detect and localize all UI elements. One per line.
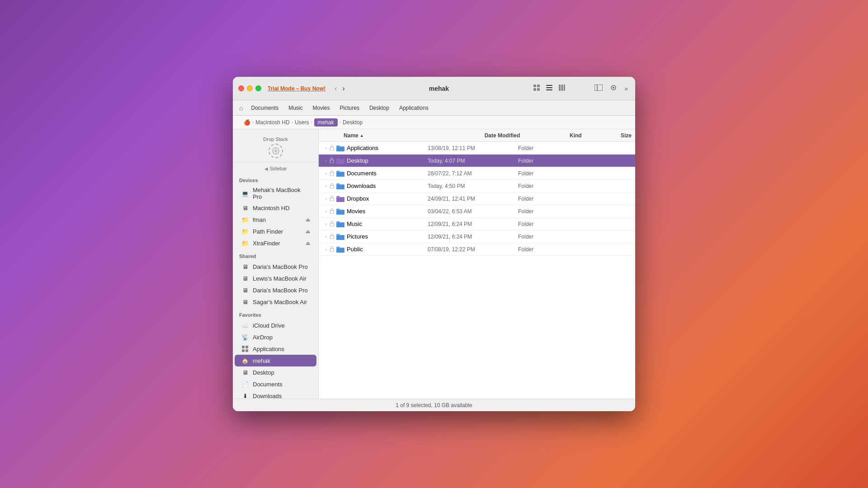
- sidebar-item-label: Downloads: [253, 393, 282, 399]
- sidebar-item-icloud-drive[interactable]: ☁️ iCloud Drive: [235, 319, 316, 331]
- back-button[interactable]: ‹: [333, 84, 339, 94]
- kind-column-header[interactable]: Kind: [570, 132, 621, 139]
- drop-stack: Drop Stack: [233, 133, 318, 162]
- forward-button[interactable]: ›: [340, 84, 346, 94]
- toolbar-tab-music[interactable]: Music: [284, 103, 307, 113]
- file-kind: Folder: [518, 208, 572, 215]
- expand-chevron[interactable]: ›: [322, 246, 330, 253]
- table-row[interactable]: › Applications 13/08/19, 12:11 PM Folder: [319, 142, 635, 155]
- lock-icon: [330, 208, 336, 215]
- table-row[interactable]: › Downloads Today, 4:50 PM Folder: [319, 180, 635, 192]
- expand-chevron[interactable]: ›: [322, 157, 330, 164]
- folder-icon: [336, 195, 345, 202]
- sidebar-item-lewiss-macbook-air[interactable]: 🖥 Lewis's MacBook Air: [235, 272, 316, 284]
- breadcrumb-mehak[interactable]: mehak: [314, 118, 338, 127]
- breadcrumb-apple[interactable]: 🍎: [236, 119, 250, 126]
- eject-icon[interactable]: ⏏: [306, 229, 310, 235]
- sidebar-item-mehak[interactable]: 🏠 mehak: [235, 355, 316, 366]
- file-date: Today, 4:50 PM: [428, 183, 518, 189]
- svg-rect-21: [330, 147, 334, 150]
- table-row[interactable]: › Documents 28/07/22, 7:12 AM Folder: [319, 167, 635, 180]
- eject-icon[interactable]: ⏏: [306, 240, 310, 246]
- lock-icon: [330, 183, 336, 189]
- sidebar-toggle-button[interactable]: [593, 83, 604, 94]
- expand-button[interactable]: »: [623, 83, 630, 94]
- sidebar: Drop Stack ◀ Sidebar Devices 💻 Mehak's M…: [233, 129, 319, 399]
- sidebar-item-darias-macbook-pro-2[interactable]: 🖥 Daria's MacBook Pro: [235, 284, 316, 296]
- breadcrumb-users[interactable]: Users: [295, 119, 309, 126]
- expand-chevron[interactable]: ›: [322, 145, 330, 152]
- hd-icon: 🖥: [241, 204, 249, 212]
- toolbar-tab-desktop[interactable]: Desktop: [365, 103, 394, 113]
- lock-icon: [330, 221, 336, 227]
- expand-chevron[interactable]: ›: [322, 195, 330, 202]
- buy-now-link[interactable]: Buy Now!: [301, 85, 326, 92]
- expand-chevron[interactable]: ›: [322, 170, 330, 177]
- svg-rect-8: [561, 84, 563, 91]
- file-date: 13/08/19, 12:11 PM: [428, 145, 518, 151]
- table-row[interactable]: › Pictures 12/09/21, 6:24 PM Folder: [319, 230, 635, 243]
- svg-rect-1: [537, 84, 540, 87]
- breadcrumb-macintosh-hd[interactable]: Macintosh HD: [255, 119, 289, 126]
- view-controls: [531, 82, 567, 95]
- expand-chevron[interactable]: ›: [322, 183, 330, 190]
- preview-button[interactable]: [608, 82, 619, 94]
- name-column-header[interactable]: Name ▲: [344, 132, 463, 139]
- toolbar-tab-movies[interactable]: Movies: [308, 103, 335, 113]
- monitor-icon: 🖥: [241, 298, 249, 306]
- sidebar-item-label: XtraFinder: [253, 240, 280, 247]
- toolbar-tab-documents[interactable]: Documents: [246, 103, 283, 113]
- list-view-button[interactable]: [544, 82, 555, 95]
- sidebar-label: Sidebar: [270, 166, 287, 171]
- toolbar-tab-pictures[interactable]: Pictures: [335, 103, 364, 113]
- breadcrumb-desktop[interactable]: Desktop: [343, 119, 363, 126]
- sidebar-item-applications[interactable]: Applications: [235, 343, 316, 355]
- sidebar-item-label: Mehak's MacBook Pro: [253, 187, 310, 200]
- minimize-button[interactable]: [247, 85, 253, 91]
- eject-icon[interactable]: ⏏: [306, 217, 310, 223]
- close-button[interactable]: [238, 85, 244, 91]
- file-name: Documents: [347, 170, 406, 177]
- table-row[interactable]: › Desktop Today, 4:07 PM Folder: [319, 155, 635, 167]
- sidebar-item-documents[interactable]: 📄 Documents: [235, 378, 316, 390]
- table-row[interactable]: › Dropbox 24/09/21, 12:41 PM Folder: [319, 192, 635, 205]
- drop-stack-icon[interactable]: [269, 144, 283, 158]
- sidebar-collapse-toggle[interactable]: ◀ Sidebar: [233, 164, 318, 173]
- sidebar-item-label: Desktop: [253, 369, 274, 376]
- sidebar-item-path-finder[interactable]: 📁 Path Finder ⏏: [235, 225, 316, 237]
- sidebar-item-label: Macintosh HD: [253, 205, 290, 211]
- maximize-button[interactable]: [255, 85, 261, 91]
- file-name: Desktop: [347, 157, 406, 164]
- column-view-button[interactable]: [557, 82, 567, 95]
- folder-icon: 📁: [241, 216, 249, 224]
- svg-rect-29: [330, 249, 334, 252]
- sidebar-item-sagars-macbook-air[interactable]: 🖥 Sagar's MacBook Air: [235, 296, 316, 308]
- icon-view-button[interactable]: [531, 82, 542, 95]
- icloud-icon: ☁️: [241, 321, 249, 329]
- size-column-header[interactable]: Size: [621, 132, 632, 139]
- table-row[interactable]: › Music 12/09/21, 6:24 PM Folder: [319, 218, 635, 230]
- sidebar-item-fman[interactable]: 📁 fman ⏏: [235, 214, 316, 225]
- file-kind: Folder: [518, 196, 572, 202]
- date-column-header[interactable]: Date Modified: [485, 132, 570, 139]
- lock-icon: [330, 145, 336, 151]
- sidebar-item-xtrafinder[interactable]: 📁 XtraFinder ⏏: [235, 237, 316, 249]
- expand-chevron[interactable]: ›: [322, 208, 330, 215]
- sidebar-item-label: Sagar's MacBook Air: [253, 299, 307, 305]
- table-row[interactable]: › Movies 03/04/22, 6:53 AM Folder: [319, 205, 635, 218]
- sidebar-item-darias-macbook-pro-1[interactable]: 🖥 Daria's MacBook Pro: [235, 261, 316, 272]
- sidebar-item-mehaks-macbook-pro[interactable]: 💻 Mehak's MacBook Pro: [235, 185, 316, 202]
- sidebar-item-label: Lewis's MacBook Air: [253, 275, 307, 282]
- sidebar-item-airdrop[interactable]: 📡 AirDrop: [235, 331, 316, 343]
- file-date: 12/09/21, 6:24 PM: [428, 221, 518, 227]
- sidebar-item-desktop[interactable]: 🖥 Desktop: [235, 366, 316, 378]
- home-button[interactable]: ⌂: [236, 103, 245, 113]
- file-kind: Folder: [518, 158, 572, 164]
- toolbar-tab-applications[interactable]: Applications: [395, 103, 433, 113]
- sidebar-item-downloads[interactable]: ⬇ Downloads: [235, 390, 316, 399]
- folder-icon: [336, 183, 345, 190]
- table-row[interactable]: › Public 07/08/19, 12:22 PM Folder: [319, 243, 635, 256]
- sidebar-item-macintosh-hd[interactable]: 🖥 Macintosh HD: [235, 202, 316, 214]
- expand-chevron[interactable]: ›: [322, 233, 330, 240]
- expand-chevron[interactable]: ›: [322, 221, 330, 228]
